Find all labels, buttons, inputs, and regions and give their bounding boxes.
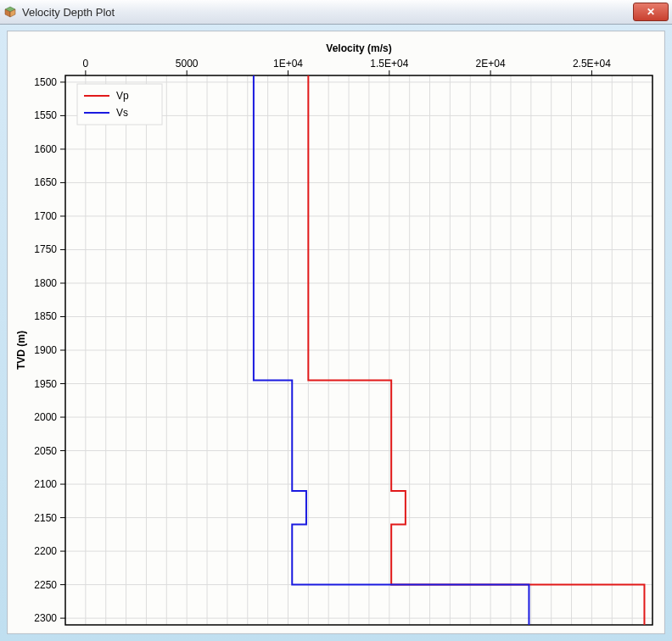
close-icon: ✕ — [647, 7, 655, 17]
legend-label: Vp — [116, 90, 129, 102]
window: Velocity Depth Plot ✕ 050001E+041.5E+042… — [0, 0, 672, 641]
app-icon — [3, 5, 17, 19]
y-tick-label: 1950 — [34, 378, 57, 390]
y-tick-label: 2150 — [34, 512, 57, 524]
x-axis-label: Velocity (m/s) — [326, 42, 391, 54]
client-area: 050001E+041.5E+042E+042.5E+04Velocity (m… — [7, 31, 665, 634]
y-tick-label: 2000 — [34, 411, 57, 423]
y-tick-label: 1800 — [34, 277, 57, 289]
y-tick-label: 1750 — [34, 243, 57, 255]
y-tick-label: 2300 — [34, 612, 57, 624]
y-tick-label: 2100 — [34, 478, 57, 490]
titlebar[interactable]: Velocity Depth Plot ✕ — [0, 0, 672, 25]
y-tick-label: 1600 — [34, 143, 57, 155]
x-tick-label: 0 — [83, 58, 89, 70]
y-tick-label: 1650 — [34, 176, 57, 188]
x-tick-label: 2E+04 — [476, 58, 506, 70]
x-tick-label: 5000 — [176, 58, 199, 70]
x-tick-label: 2.5E+04 — [573, 58, 611, 70]
y-axis-label: TVD (m) — [15, 331, 27, 370]
legend-label: Vs — [116, 107, 128, 119]
y-tick-label: 2050 — [34, 445, 57, 457]
close-button[interactable]: ✕ — [633, 3, 669, 21]
y-tick-label: 1550 — [34, 109, 57, 121]
x-tick-label: 1.5E+04 — [370, 58, 408, 70]
y-tick-label: 1500 — [34, 76, 57, 88]
y-tick-label: 2200 — [34, 545, 57, 557]
y-tick-label: 1700 — [34, 210, 57, 222]
y-tick-label: 1900 — [34, 344, 57, 356]
window-title: Velocity Depth Plot — [22, 6, 633, 19]
x-tick-label: 1E+04 — [273, 58, 303, 70]
y-tick-label: 1850 — [34, 310, 57, 322]
velocity-depth-chart: 050001E+041.5E+042E+042.5E+04Velocity (m… — [8, 31, 664, 633]
y-tick-label: 2250 — [34, 579, 57, 591]
